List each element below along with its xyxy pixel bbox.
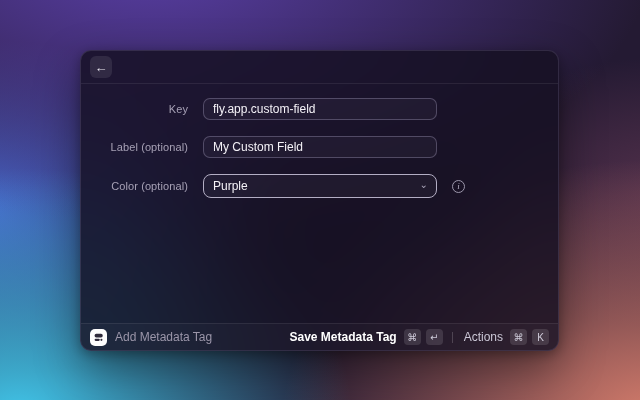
add-metadata-tag-window: ← Key Label (optional) Color (optional) … <box>80 50 559 351</box>
actions-menu-button[interactable]: Actions <box>464 330 503 344</box>
key-label: Key <box>81 103 188 115</box>
key-input[interactable] <box>203 98 437 120</box>
color-dropdown[interactable]: Purple ⌄ <box>203 174 437 198</box>
return-key-icon[interactable]: ↵ <box>426 329 443 345</box>
color-optional-label: Color (optional) <box>81 180 188 192</box>
info-icon[interactable]: i <box>452 180 465 193</box>
back-button[interactable]: ← <box>90 56 112 78</box>
metadata-tag-extension-icon <box>90 329 107 346</box>
command-title: Add Metadata Tag <box>115 330 281 344</box>
form-row-label: Label (optional) <box>81 136 558 158</box>
desktop-background: ← Key Label (optional) Color (optional) … <box>0 0 640 400</box>
k-key-icon[interactable]: K <box>532 329 549 345</box>
command-key-icon[interactable]: ⌘ <box>510 329 527 345</box>
metadata-tag-form: Key Label (optional) Color (optional) Pu… <box>81 84 558 323</box>
form-row-color: Color (optional) Purple ⌄ i <box>81 174 558 198</box>
color-dropdown-value: Purple <box>213 179 248 193</box>
chevron-down-icon: ⌄ <box>420 180 428 190</box>
footer-divider <box>452 332 453 343</box>
window-header: ← <box>81 51 558 84</box>
form-row-key: Key <box>81 98 558 120</box>
action-bar: Add Metadata Tag Save Metadata Tag ⌘ ↵ A… <box>81 323 558 350</box>
footer-actions: Save Metadata Tag ⌘ ↵ Actions ⌘ K <box>289 329 549 345</box>
save-metadata-tag-action[interactable]: Save Metadata Tag <box>289 330 396 344</box>
command-key-icon[interactable]: ⌘ <box>404 329 421 345</box>
label-input[interactable] <box>203 136 437 158</box>
label-optional-label: Label (optional) <box>81 141 188 153</box>
back-arrow-icon: ← <box>95 61 108 74</box>
